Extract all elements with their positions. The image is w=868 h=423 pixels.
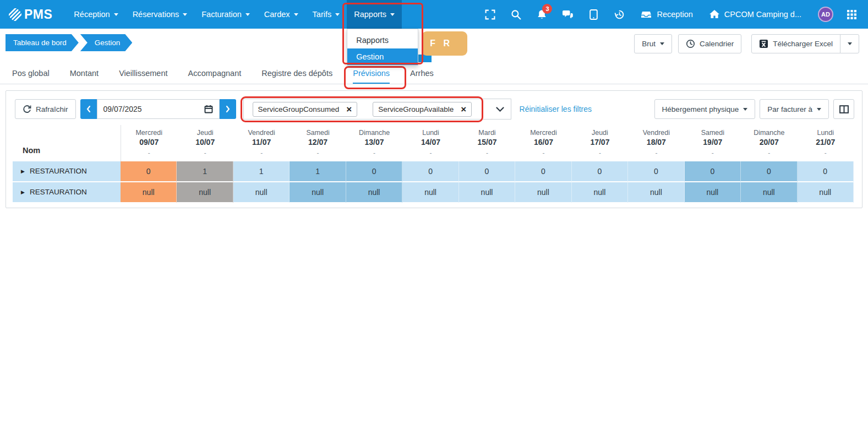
menu-reservations[interactable]: Réservations xyxy=(125,0,195,29)
site-switcher[interactable]: CPCOM Camping d... xyxy=(701,10,810,19)
download-button-group: Télécharger Excel xyxy=(751,34,859,53)
bill-to-label: Par facturer à xyxy=(767,105,812,113)
day-name-label: Samedi xyxy=(685,129,741,137)
day-name-label: Mardi xyxy=(459,129,515,137)
table-header-day: Vendredi11/07- xyxy=(233,125,290,161)
day-name-label: Mercredi xyxy=(121,129,177,137)
row-name-cell[interactable]: ▶RESTAURATION xyxy=(13,182,121,203)
next-day-button[interactable] xyxy=(220,99,236,119)
user-avatar[interactable]: AD xyxy=(818,7,833,22)
date-value: 09/07/2025 xyxy=(103,105,142,113)
day-sub-label: - xyxy=(290,149,346,157)
menu-reception[interactable]: Réception xyxy=(67,0,125,29)
table-header-day: Lundi21/07- xyxy=(798,125,854,161)
row-name-label: RESTAURATION xyxy=(30,182,87,202)
day-date-label: 10/07 xyxy=(177,138,233,147)
forecast-table: NomMercredi09/07-Jeudi10/07-Vendredi11/0… xyxy=(13,125,854,203)
value-cell: 0 xyxy=(628,161,684,182)
table-header-day: Samedi12/07- xyxy=(290,125,346,161)
day-sub-label: - xyxy=(628,149,684,157)
subheader-actions: Brut Calendrier Télécharger Excel xyxy=(634,34,859,53)
fullscreen-icon[interactable] xyxy=(477,0,503,29)
refresh-button[interactable]: Rafraîchir xyxy=(15,99,76,119)
value-cell: 0 xyxy=(346,161,402,182)
day-name-label: Lundi xyxy=(798,129,854,137)
menu-label: Tarifs xyxy=(313,10,332,19)
value-cell: null xyxy=(572,182,628,203)
value-cell: 0 xyxy=(459,161,515,182)
table-header-day: Jeudi10/07- xyxy=(177,125,233,161)
top-navbar: PMS Réception Réservations Facturation C… xyxy=(0,0,868,29)
column-settings-button[interactable] xyxy=(833,99,854,119)
day-sub-label: - xyxy=(741,149,797,157)
main-menu: Réception Réservations Facturation Carde… xyxy=(67,0,402,29)
notifications-bell-icon[interactable]: 3 xyxy=(529,0,555,29)
day-name-label: Dimanche xyxy=(741,129,797,137)
chevron-down-icon xyxy=(335,13,340,16)
brut-dropdown-button[interactable]: Brut xyxy=(634,34,672,53)
report-tabs: Pos global Montant Vieillissement Accomp… xyxy=(0,63,868,84)
refresh-icon xyxy=(23,105,31,113)
table-header-day: Mercredi16/07- xyxy=(515,125,571,161)
hebergement-physique-dropdown-button[interactable]: Hébergement physique xyxy=(654,99,756,119)
menu-tarifs[interactable]: Tarifs xyxy=(305,0,347,29)
reset-filters-link[interactable]: Réinitialiser les filtres xyxy=(520,105,592,113)
chat-icon[interactable] xyxy=(555,0,581,29)
chevron-down-icon xyxy=(743,108,747,111)
dropdown-item-rapports[interactable]: Rapports xyxy=(347,32,418,48)
date-input[interactable]: 09/07/2025 xyxy=(97,99,220,119)
tab-accompagnant[interactable]: Accompagnant xyxy=(188,69,242,84)
tab-previsions[interactable]: Prévisions xyxy=(353,69,390,84)
download-excel-button[interactable]: Télécharger Excel xyxy=(751,34,840,53)
menu-rapports[interactable]: Rapports F R Rapports Gestion xyxy=(347,0,402,29)
value-cell: null xyxy=(515,182,571,203)
day-name-label: Vendredi xyxy=(628,129,684,137)
filter-tag-servicegroupconsumed[interactable]: ServiceGroupConsumed× xyxy=(253,102,358,117)
remove-tag-icon[interactable]: × xyxy=(461,105,466,114)
day-sub-label: - xyxy=(402,149,458,157)
table-header-day: Dimanche20/07- xyxy=(741,125,797,161)
search-icon[interactable] xyxy=(503,0,529,29)
chevron-down-icon xyxy=(817,108,821,111)
tab-registre-des-depots[interactable]: Registre des dépôts xyxy=(261,69,332,84)
columns-icon xyxy=(839,105,849,113)
chevron-down-icon[interactable] xyxy=(496,107,504,112)
tab-pos-global[interactable]: Pos global xyxy=(12,69,50,84)
language-badge-fr[interactable]: F R xyxy=(422,31,467,56)
value-cell: 0 xyxy=(402,161,458,182)
history-icon[interactable] xyxy=(607,0,632,29)
breadcrumb-tableau-de-bord[interactable]: Tableau de bord xyxy=(6,34,79,51)
service-group-multiselect[interactable]: ServiceGroupConsumed× ServiceGroupAvaila… xyxy=(243,99,511,120)
dropdown-item-gestion[interactable]: Gestion xyxy=(347,48,418,65)
tablet-icon[interactable] xyxy=(581,0,607,29)
par-facturer-a-dropdown-button[interactable]: Par facturer à xyxy=(760,99,829,119)
menu-facturation[interactable]: Facturation xyxy=(194,0,257,29)
value-cell: null xyxy=(177,182,233,203)
day-name-label: Mercredi xyxy=(515,129,571,137)
tab-arrhes[interactable]: Arrhes xyxy=(410,69,434,84)
value-cell: null xyxy=(798,182,854,203)
navbar-right-tools: 3 Reception CPCOM Camping d.. xyxy=(477,0,868,29)
value-cell: null xyxy=(685,182,741,203)
breadcrumb-gestion[interactable]: Gestion xyxy=(80,34,133,51)
day-sub-label: - xyxy=(177,149,233,157)
day-date-label: 11/07 xyxy=(233,138,290,147)
apps-grid-icon[interactable] xyxy=(842,0,861,29)
tab-montant[interactable]: Montant xyxy=(70,69,99,84)
row-name-cell[interactable]: ▶RESTAURATION xyxy=(13,161,121,182)
table-header-nom: Nom xyxy=(13,125,121,161)
tab-vieillissement[interactable]: Vieillissement xyxy=(119,69,167,84)
calendar-view-button[interactable]: Calendrier xyxy=(678,34,741,53)
remove-tag-icon[interactable]: × xyxy=(346,105,352,114)
app-logo[interactable]: PMS xyxy=(9,0,52,29)
reception-switcher[interactable]: Reception xyxy=(632,10,701,19)
day-name-label: Dimanche xyxy=(346,129,402,137)
menu-cardex[interactable]: Cardex xyxy=(257,0,305,29)
day-name-label: Vendredi xyxy=(233,129,290,137)
download-options-button[interactable] xyxy=(840,34,859,53)
day-date-label: 17/07 xyxy=(572,138,628,147)
previous-day-button[interactable] xyxy=(80,99,97,119)
filter-tag-servicegroupavailable[interactable]: ServiceGroupAvailable× xyxy=(373,102,472,117)
calendar-picker-icon[interactable] xyxy=(204,105,213,113)
filter-bar-right: Hébergement physique Par facturer à xyxy=(654,99,854,119)
